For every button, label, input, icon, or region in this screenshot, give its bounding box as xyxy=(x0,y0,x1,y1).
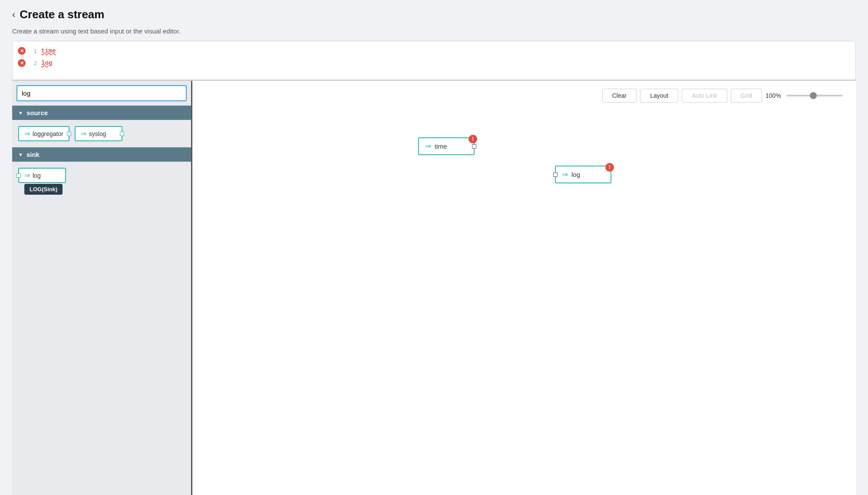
clear-button[interactable]: Clear xyxy=(602,89,637,103)
arrow-icon: ⇒ xyxy=(81,130,86,138)
time-error-badge: ! xyxy=(469,135,477,143)
syslog-right-connector xyxy=(120,132,124,136)
arrow-icon: ⇒ xyxy=(24,130,30,138)
sink-section-label: sink xyxy=(26,151,40,158)
page-title: Create a stream xyxy=(20,8,104,21)
syslog-label: syslog xyxy=(89,130,106,137)
page: ‹ Create a stream Create a stream using … xyxy=(0,0,868,495)
layout-button[interactable]: Layout xyxy=(640,89,678,103)
subtitle: Create a stream using text based input o… xyxy=(0,26,868,41)
zoom-label: 100% xyxy=(766,92,784,99)
code-line-1: ✕ 1 time xyxy=(13,45,855,57)
loggregator-right-connector xyxy=(67,132,71,136)
zoom-slider[interactable] xyxy=(786,95,843,96)
canvas-area[interactable]: Clear Layout Auto Link Grid 100% ⇒ time … xyxy=(192,81,856,495)
search-box xyxy=(12,81,191,106)
log-sink-label: log xyxy=(33,172,41,179)
time-right-connector xyxy=(472,144,476,149)
header: ‹ Create a stream xyxy=(0,0,868,26)
time-node-label: time xyxy=(435,143,447,150)
grid-button[interactable]: Grid xyxy=(731,89,762,103)
auto-link-button[interactable]: Auto Link xyxy=(682,89,727,103)
sink-section-items: ⇒ log LOG(Sink) xyxy=(12,162,191,201)
code-line-2: ✕ 2 log xyxy=(13,57,855,69)
syslog-node-card[interactable]: ⇒ syslog xyxy=(75,126,122,141)
log-left-connector-canvas xyxy=(553,173,558,177)
log-node-card[interactable]: ⇒ log xyxy=(18,168,66,183)
error-icon-1: ✕ xyxy=(18,47,26,55)
time-arrow-icon: ⇒ xyxy=(425,142,431,151)
source-chevron-icon: ▼ xyxy=(18,110,23,116)
back-button[interactable]: ‹ xyxy=(12,10,15,20)
code-text-2: log xyxy=(41,60,52,66)
arrow-icon: ⇒ xyxy=(24,171,30,179)
log-node-label: log xyxy=(571,171,580,178)
main-body: ▼ source ⇒ loggregator ⇒ syslog ▼ sink xyxy=(12,80,856,495)
log-canvas-node[interactable]: ⇒ log ! xyxy=(555,166,611,183)
code-text-1: time xyxy=(41,47,56,54)
log-tooltip: LOG(Sink) xyxy=(24,184,63,195)
line-num-1: 1 xyxy=(30,48,37,54)
log-arrow-icon: ⇒ xyxy=(562,170,568,179)
log-error-badge: ! xyxy=(605,163,614,172)
sink-chevron-icon: ▼ xyxy=(18,152,23,157)
canvas-toolbar: Clear Layout Auto Link Grid 100% xyxy=(602,89,843,103)
loggregator-label: loggregator xyxy=(33,130,63,137)
source-section-header[interactable]: ▼ source xyxy=(12,106,191,120)
search-input[interactable] xyxy=(17,85,187,101)
zoom-control: 100% xyxy=(766,92,843,99)
time-canvas-node[interactable]: ⇒ time ! xyxy=(418,137,475,155)
source-section-items: ⇒ loggregator ⇒ syslog xyxy=(12,120,191,147)
log-left-connector xyxy=(17,173,21,178)
left-panel: ▼ source ⇒ loggregator ⇒ syslog ▼ sink xyxy=(12,81,192,495)
code-editor[interactable]: ✕ 1 time ✕ 2 log xyxy=(12,41,856,80)
loggregator-node-card[interactable]: ⇒ loggregator xyxy=(18,126,69,141)
line-num-2: 2 xyxy=(30,60,37,66)
error-icon-2: ✕ xyxy=(18,59,26,67)
sink-section-header[interactable]: ▼ sink xyxy=(12,147,191,162)
source-section-label: source xyxy=(26,109,48,116)
